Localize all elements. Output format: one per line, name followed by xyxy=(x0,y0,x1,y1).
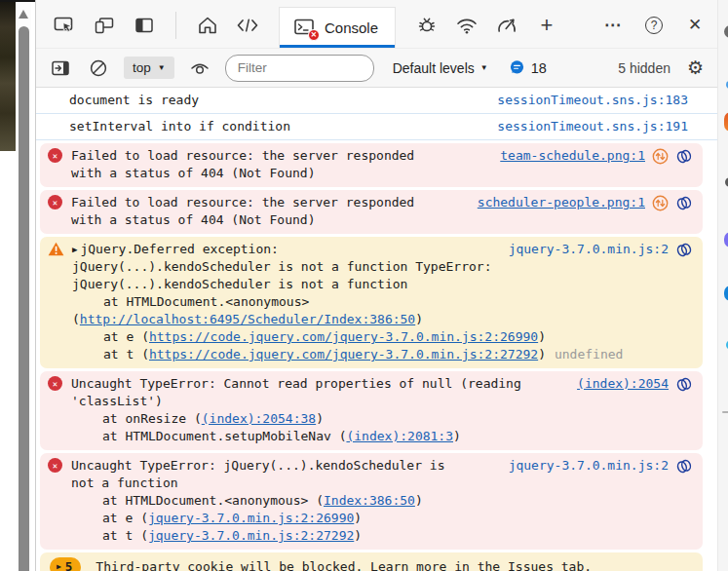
tab-console[interactable]: ✕ Console xyxy=(279,7,396,48)
devtools-tabbar: ✕ Console + ⋯ ? ✕ xyxy=(36,0,717,49)
console-warning-message: ▶ jQuery.Deferred exception: jquery-3.7.… xyxy=(40,237,703,368)
log-row: document is ready sessionTimeout.sns.js:… xyxy=(36,88,717,114)
stack-link[interactable]: https://code.jquery.com/jquery-3.7.0.min… xyxy=(149,347,538,362)
copilot-explain-icon[interactable] xyxy=(675,242,693,258)
stack-trace: at HTMLDocument.<anonymous> (Index:386:5… xyxy=(71,492,693,545)
error-text: Uncaught TypeError: Cannot read properti… xyxy=(71,375,539,410)
stack-trace: at onResize ((index):2054:38) at HTMLDoc… xyxy=(71,410,693,445)
expand-triangle-icon: ▶ xyxy=(57,558,61,571)
sidebar-icon-fragment xyxy=(724,112,728,132)
devtools-panel: ✕ Console + ⋯ ? ✕ top ▼ xyxy=(35,0,717,571)
elements-tab-icon[interactable] xyxy=(235,13,260,38)
warning-body: jQuery(...).kendoScheduler is not a func… xyxy=(72,258,693,293)
error-icon: ✕ xyxy=(48,194,63,229)
log-levels-selector[interactable]: Default levels ▼ xyxy=(393,60,488,76)
console-tab-label: Console xyxy=(325,19,378,36)
sidebar-icon-fragment xyxy=(724,232,728,247)
copilot-explain-icon[interactable] xyxy=(675,148,693,165)
error-text: Failed to load resource: the server resp… xyxy=(71,194,441,229)
home-tab-icon[interactable] xyxy=(195,13,220,38)
console-settings-gear-icon[interactable]: ⚙ xyxy=(687,57,704,79)
log-row: setInterval into if condition sessionTim… xyxy=(36,114,717,140)
help-icon[interactable]: ? xyxy=(645,17,663,34)
source-link[interactable]: sessionTimeout.sns.js:191 xyxy=(485,118,688,135)
console-sidebar-toggle-icon[interactable] xyxy=(48,56,73,81)
source-link[interactable]: jquery-3.7.0.min.js:2 xyxy=(509,457,669,475)
console-error-message: ✕ Uncaught TypeError: Cannot read proper… xyxy=(40,371,703,450)
log-levels-value: Default levels xyxy=(393,60,475,76)
console-error-message: ✕ Failed to load resource: the server re… xyxy=(40,190,703,234)
cookie-warning-text: Third-party cookie will be blocked. Lear… xyxy=(96,558,592,571)
live-expression-eye-icon[interactable] xyxy=(187,56,212,81)
scrollbar-up-arrow[interactable] xyxy=(19,10,28,19)
error-icon: ✕ xyxy=(48,375,63,445)
cookie-warning-group: ▶ 5 Third-party cookie will be blocked. … xyxy=(40,552,703,571)
background-page-image xyxy=(0,0,16,151)
warning-icon xyxy=(48,241,64,363)
more-options-icon[interactable]: ⋯ xyxy=(600,13,626,38)
stack-link[interactable]: (index):2081:3 xyxy=(346,429,453,443)
error-text: Uncaught TypeError: jQuery(...).kendoSch… xyxy=(71,457,461,492)
warning-title: jQuery.Deferred exception: xyxy=(80,241,279,258)
error-text: Failed to load resource: the server resp… xyxy=(71,147,441,182)
log-text: setInterval into if condition xyxy=(69,118,290,135)
issues-counter[interactable]: 18 xyxy=(509,59,547,76)
browser-sidebar-strip xyxy=(717,0,728,571)
warning-count: 5 xyxy=(65,558,73,571)
page-scrollbar[interactable] xyxy=(17,0,31,571)
stack-link[interactable]: http://localhost:6495/Scheduler/Index:38… xyxy=(80,312,415,326)
error-icon: ✕ xyxy=(48,147,63,182)
performance-gauge-icon[interactable] xyxy=(494,13,519,38)
focus-mode-icon[interactable] xyxy=(132,13,157,38)
source-link[interactable]: team-schedule.png:1 xyxy=(500,147,645,165)
copilot-explain-icon[interactable] xyxy=(675,376,693,393)
copilot-explain-icon[interactable] xyxy=(675,195,693,211)
stack-trace: at HTMLDocument.<anonymous> (http://loca… xyxy=(72,293,647,363)
issues-chat-icon xyxy=(509,59,525,76)
sidebar-icon-fragment xyxy=(724,286,728,301)
network-request-icon[interactable] xyxy=(652,148,669,165)
source-link[interactable]: jquery-3.7.0.min.js:2 xyxy=(509,241,669,258)
device-emulation-icon[interactable] xyxy=(92,13,117,38)
issues-count: 18 xyxy=(531,60,547,76)
console-toolbar: top ▼ Default levels ▼ 18 5 hidden ⚙ xyxy=(36,49,717,88)
clear-console-icon[interactable] xyxy=(86,56,111,81)
js-context-value: top xyxy=(133,60,151,75)
inspect-element-icon[interactable] xyxy=(52,13,77,38)
add-tool-icon[interactable]: + xyxy=(534,13,559,38)
network-wifi-icon[interactable] xyxy=(454,13,479,38)
source-link[interactable]: sessionTimeout.sns.js:183 xyxy=(485,92,688,109)
sidebar-divider-fragment xyxy=(722,411,728,413)
filter-input[interactable] xyxy=(225,55,374,82)
source-link[interactable]: (index):2054 xyxy=(577,375,669,393)
console-error-message: ✕ Failed to load resource: the server re… xyxy=(40,143,703,187)
console-output: document is ready sessionTimeout.sns.js:… xyxy=(36,88,717,571)
log-text: document is ready xyxy=(69,92,199,109)
error-icon: ✕ xyxy=(48,457,63,545)
console-error-badge: ✕ xyxy=(308,29,320,41)
undefined-value: undefined xyxy=(555,347,623,362)
scrollbar-thumb[interactable] xyxy=(19,26,29,571)
stack-link[interactable]: jquery-3.7.0.min.js:2:26990 xyxy=(148,511,354,525)
toolbar-separator xyxy=(175,12,176,39)
issues-bug-icon[interactable] xyxy=(414,13,440,38)
sidebar-icon-fragment xyxy=(724,25,728,38)
source-link[interactable]: scheduler-people.png:1 xyxy=(478,194,645,211)
stack-link[interactable]: https://code.jquery.com/jquery-3.7.0.min… xyxy=(149,329,538,344)
stack-link[interactable]: jquery-3.7.0.min.js:2:27292 xyxy=(148,528,354,543)
console-error-message: ✕ Uncaught TypeError: jQuery(...).kendoS… xyxy=(40,453,703,550)
chevron-down-icon: ▼ xyxy=(158,63,166,72)
hidden-messages-label[interactable]: 5 hidden xyxy=(618,60,671,76)
expand-triangle-icon[interactable]: ▶ xyxy=(72,241,77,258)
tabbar-right-tools: ⋯ ? ✕ xyxy=(600,13,708,38)
chevron-down-icon: ▼ xyxy=(480,63,488,72)
close-devtools-icon[interactable]: ✕ xyxy=(682,13,708,38)
warning-count-badge[interactable]: ▶ 5 xyxy=(50,557,81,571)
network-request-icon[interactable] xyxy=(652,195,669,211)
js-context-selector[interactable]: top ▼ xyxy=(124,57,174,79)
console-tab-icon: ✕ xyxy=(293,18,317,39)
stack-link[interactable]: Index:386:50 xyxy=(324,493,415,508)
stack-link[interactable]: (index):2054:38 xyxy=(202,411,316,426)
copilot-explain-icon[interactable] xyxy=(675,458,693,475)
